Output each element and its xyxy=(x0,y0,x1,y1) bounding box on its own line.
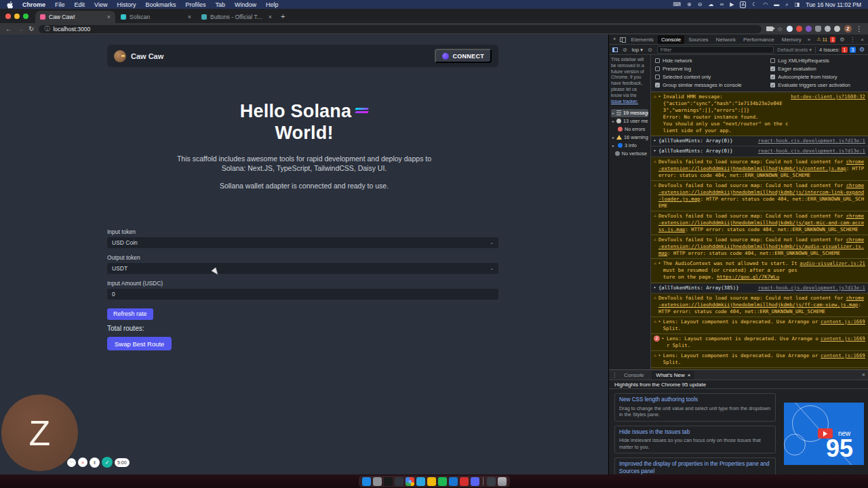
menubar-item[interactable]: File xyxy=(55,1,65,8)
source-link[interactable]: content.js:1669 xyxy=(821,336,865,342)
forward-button[interactable]: → xyxy=(17,26,24,33)
status-icon[interactable]: ◠ xyxy=(763,1,768,7)
drawer-tab[interactable]: What's New × xyxy=(652,371,694,380)
dock-item[interactable] xyxy=(395,477,403,486)
status-icon[interactable]: ⌨ xyxy=(673,1,682,7)
checkbox[interactable]: ✓ xyxy=(770,75,775,79)
console-message[interactable]: ⚠ DevTools failed to load source map: Co… xyxy=(651,293,868,317)
devtools-tab[interactable]: Memory xyxy=(778,35,805,44)
source-link[interactable]: react-hook.cjs.development.js?d13e:1 xyxy=(758,138,865,144)
console-settings-icon[interactable]: ⚙ xyxy=(859,46,865,53)
expand-arrow-icon[interactable]: ▸ xyxy=(658,352,661,359)
expand-arrow-icon[interactable]: ▸ xyxy=(654,138,656,144)
extension-icon[interactable] xyxy=(815,26,821,32)
status-icon[interactable]: ⌕ xyxy=(785,1,788,8)
menubar-item[interactable]: Tab xyxy=(215,1,225,8)
eye-icon[interactable]: ⊙ xyxy=(646,47,654,53)
extension-icon[interactable] xyxy=(806,26,812,32)
site-info-icon[interactable]: ⓘ xyxy=(44,25,50,33)
status-icon[interactable]: ◨ xyxy=(795,1,800,7)
menubar-item[interactable]: Profiles xyxy=(185,1,205,8)
console-setting-option[interactable]: Hide network xyxy=(655,57,768,64)
finish-recording-button[interactable]: ✓ xyxy=(102,457,113,468)
devtools-tab[interactable]: Console xyxy=(658,35,684,44)
output-token-select[interactable]: USDT ⌄ xyxy=(107,263,498,274)
source-link[interactable]: content.js:1669 xyxy=(821,352,865,359)
console-setting-option[interactable]: ✓ Eager evaluation xyxy=(770,65,867,73)
console-message[interactable]: ⚠ ▸ The AudioContext was not allowed to … xyxy=(651,259,868,283)
menubar-item[interactable]: Chrome xyxy=(22,1,45,8)
refresh-rate-button[interactable]: Refresh rate xyxy=(107,308,153,320)
extension-icon[interactable] xyxy=(796,26,802,32)
pause-recording-button[interactable]: ‖ xyxy=(90,458,100,468)
expand-arrow-icon[interactable]: ▸ xyxy=(662,336,665,342)
tab-close-icon[interactable]: × xyxy=(688,372,691,378)
checkbox[interactable]: ✓ xyxy=(770,66,775,71)
expand-arrow-icon[interactable]: ▸ xyxy=(658,260,661,267)
clear-console-icon[interactable]: ⊘ xyxy=(621,47,629,53)
dock-item[interactable] xyxy=(427,477,436,486)
console-message[interactable]: ⚠ ▸ {allTokenMints: Array(0)} react-hook… xyxy=(651,136,868,146)
connect-wallet-button[interactable]: CONNECT xyxy=(435,49,492,63)
brand[interactable]: Caw Caw xyxy=(114,50,163,62)
console-message[interactable]: ⚠ ▸ Invalid HMR message: {"action":"sync… xyxy=(651,92,868,136)
devtools-settings-icon[interactable]: ⚙ xyxy=(838,37,846,43)
log-levels-dropdown[interactable]: Default levels ▾ xyxy=(777,47,812,53)
menubar-item[interactable]: History xyxy=(117,1,136,8)
status-icon[interactable]: ▶ xyxy=(730,1,734,7)
whatsnew-card[interactable]: Improved the display of properties in th… xyxy=(614,458,776,474)
console-setting-option[interactable]: ✓ Autocomplete from history xyxy=(770,73,867,81)
status-icon[interactable]: ▬ xyxy=(774,1,779,7)
checkbox[interactable] xyxy=(770,58,775,63)
status-icon[interactable]: ⊕ xyxy=(687,1,692,7)
status-icon[interactable]: A xyxy=(740,1,746,8)
extension-icon[interactable] xyxy=(834,26,840,32)
checkbox[interactable] xyxy=(655,66,660,71)
console-message[interactable]: 2 ⚠ ▸ Lens: Layout component is deprecat… xyxy=(651,334,868,351)
browser-tab[interactable]: Caw Caw! × xyxy=(35,11,115,23)
devtools-tab[interactable]: Network xyxy=(713,35,739,44)
issue-tracker-link[interactable]: issue tracker. xyxy=(611,99,638,104)
console-message[interactable]: ⚠ DevTools failed to load source map: Co… xyxy=(651,235,868,259)
minimize-window-button[interactable] xyxy=(14,14,20,19)
menubar-item[interactable]: Window xyxy=(235,1,256,8)
close-window-button[interactable] xyxy=(5,14,11,19)
dock-item[interactable] xyxy=(373,477,382,486)
cancel-recording-button[interactable]: × xyxy=(78,458,87,467)
menubar-item[interactable]: Edit xyxy=(75,1,85,8)
browser-tab[interactable]: Solscan × xyxy=(116,11,196,23)
menubar-item[interactable]: View xyxy=(94,1,107,8)
console-message[interactable]: ⚠ DevTools failed to load source map: Co… xyxy=(651,181,868,211)
dock-item[interactable] xyxy=(487,477,496,486)
browser-tab[interactable]: Buttons - Official Tailwind CSS × xyxy=(197,11,277,23)
source-link[interactable]: content.js:1669 xyxy=(821,319,865,325)
source-link[interactable]: audio-visualizer.js:21 xyxy=(800,260,865,267)
source-link[interactable]: hot-dev-client.js?1600:32 xyxy=(791,94,865,100)
status-icon[interactable]: ☾ xyxy=(752,1,757,7)
errors-badge[interactable]: 1 xyxy=(830,37,835,43)
drawer-close-icon[interactable]: × xyxy=(862,371,865,378)
status-icon[interactable]: ☁ xyxy=(709,1,714,7)
tab-close-icon[interactable]: × xyxy=(107,14,111,20)
more-options-button[interactable]: ⋯ xyxy=(67,458,76,467)
dock-item[interactable] xyxy=(483,477,484,485)
checkbox[interactable]: ✓ xyxy=(770,83,775,87)
devtools-tab[interactable]: Sources xyxy=(685,35,711,44)
drawer-tab[interactable]: Console xyxy=(620,371,650,380)
extension-icon[interactable] xyxy=(787,26,793,32)
dock-item[interactable] xyxy=(362,477,371,486)
console-setting-option[interactable]: ✓ Group similar messages in console xyxy=(655,81,768,89)
source-link[interactable]: react-hook.cjs.development.js?d13e:1 xyxy=(758,148,865,155)
console-message[interactable]: ⚠ ▸ Lens: Layout component is deprecated… xyxy=(651,351,868,368)
console-sidebar-item[interactable]: No verbose xyxy=(611,150,648,158)
checkbox[interactable] xyxy=(655,58,660,63)
dock-item[interactable] xyxy=(416,477,425,486)
reload-button[interactable]: ↻ xyxy=(28,26,34,33)
console-setting-option[interactable]: ✓ Evaluate triggers user activation xyxy=(770,81,867,89)
devtools-tab[interactable]: Elements xyxy=(628,35,657,44)
menubar-item[interactable]: Bookmarks xyxy=(145,1,176,8)
address-bar[interactable]: ⓘ localhost:3000 xyxy=(39,25,762,33)
expand-arrow-icon[interactable]: ▸ xyxy=(654,148,656,155)
checkbox[interactable] xyxy=(655,75,660,79)
apple-icon[interactable] xyxy=(7,1,13,8)
